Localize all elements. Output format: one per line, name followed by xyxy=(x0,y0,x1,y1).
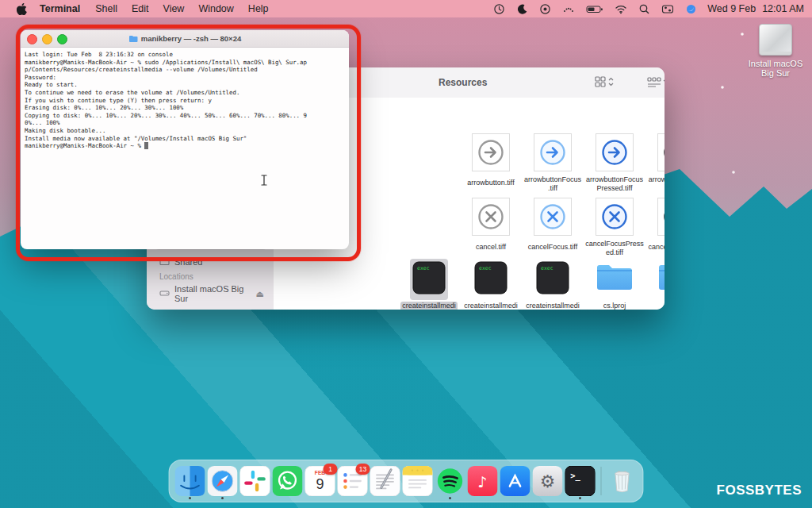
clock-icon[interactable] xyxy=(488,3,511,15)
colored-orb-icon[interactable] xyxy=(680,3,703,15)
folder-icon xyxy=(128,35,138,43)
sidebar-section-locations: Locations xyxy=(159,272,193,281)
dock-item-slack[interactable] xyxy=(240,466,270,496)
control-center-icon[interactable] xyxy=(656,3,680,15)
terminal-titlebar[interactable]: manikberry — -zsh — 80×24 xyxy=(21,30,349,48)
running-indicator xyxy=(221,497,224,499)
dock-item-calendar[interactable]: FEB91 xyxy=(305,466,335,496)
notification-badge: 13 xyxy=(356,464,370,475)
wifi-icon[interactable] xyxy=(609,3,633,15)
cancel-lightblue-icon xyxy=(532,196,573,237)
file-item-createinstallmedia_yosemite[interactable]: execcreateinstallmedi a_yosemite xyxy=(458,259,524,310)
file-item-arrowbuttonfocus.tiff[interactable]: arrowbuttonFocus .tiff xyxy=(519,132,586,194)
file-item-da.lproj[interactable]: da.lproj xyxy=(643,259,665,310)
terminal-line: manikberry@Maniks-MacBook-Air ~ % sudo /… xyxy=(25,59,345,67)
keyboard-brightness-icon[interactable] xyxy=(557,3,580,15)
file-item-cancel.tiff[interactable]: cancel.tiff xyxy=(458,196,524,252)
file-label: createinstallmedi a xyxy=(400,302,458,310)
file-label: arrowbutton.tiff xyxy=(465,179,515,187)
menubar-menu-help[interactable]: Help xyxy=(241,3,276,14)
arrow-black-icon xyxy=(656,132,665,173)
file-label: cancel.tiff xyxy=(474,243,508,252)
menubar-menu-terminal[interactable]: Terminal xyxy=(32,3,88,14)
file-label: cancelFocus.tiff xyxy=(527,243,579,252)
dock-item-notes[interactable] xyxy=(403,466,433,496)
dock-item-whatsapp[interactable] xyxy=(273,466,303,496)
terminal-line: Erasing disk: 0%... 10%... 20%... 30%...… xyxy=(25,104,345,112)
dock-item-terminal[interactable]: >_ xyxy=(565,466,596,496)
file-label: cancelPressed.tiff xyxy=(647,243,665,252)
external-drive-icon xyxy=(759,24,792,56)
file-item-arrowbutton.tiff[interactable]: arrowbutton.tiff xyxy=(458,132,524,188)
terminal-line: Making disk bootable... xyxy=(25,127,345,135)
minimize-button[interactable] xyxy=(42,34,52,44)
file-item-cancelpressed.tiff[interactable]: cancelPressed.tiff xyxy=(643,196,665,252)
terminal-line: Password: xyxy=(25,74,345,82)
desktop-item-install-macos-big-sur[interactable]: Install macOS Big Sur xyxy=(746,24,805,78)
folder-icon xyxy=(593,259,636,297)
dock-item-spotify[interactable] xyxy=(435,466,465,496)
running-indicator xyxy=(189,497,191,499)
file-label: arrowbuttonFocus .tiff xyxy=(523,175,583,192)
file-item-createinstallmedia.dylib[interactable]: execcreateinstallmedi a.dylib xyxy=(519,259,586,310)
record-icon[interactable] xyxy=(534,3,557,15)
terminal-line: 0%... 100% xyxy=(25,119,345,127)
terminal-output[interactable]: Last login: Tue Feb 8 23:16:32 on consol… xyxy=(21,48,349,153)
arrow-blue-icon xyxy=(594,132,635,173)
file-item-arrowbuttonpressed.tiff[interactable]: arrowbuttonPress ed.tiff xyxy=(643,132,665,194)
terminal-window[interactable]: manikberry — -zsh — 80×24 Last login: Tu… xyxy=(21,30,349,249)
exec-icon: exec xyxy=(410,259,448,300)
terminal-window-title: manikberry — -zsh — 80×24 xyxy=(128,34,241,43)
zoom-button[interactable] xyxy=(57,34,67,44)
terminal-line: To continue we need to erase the volume … xyxy=(25,89,345,97)
moon-icon[interactable] xyxy=(511,3,534,15)
file-item-cs.lproj[interactable]: cs.lproj xyxy=(581,259,648,310)
file-label: arrowbuttonPress ed.tiff xyxy=(647,175,665,192)
terminal-line: p/Contents/Resources/createinstallmedia … xyxy=(25,66,345,74)
terminal-line: Copying to disk: 0%... 10%... 20%... 30%… xyxy=(25,112,345,120)
dock-item-textedit[interactable] xyxy=(370,466,400,496)
menubar-menu-shell[interactable]: Shell xyxy=(88,3,124,14)
arrow-gray-icon xyxy=(470,132,511,173)
dock-item-finder[interactable] xyxy=(175,466,205,496)
eject-icon[interactable]: ⏏ xyxy=(256,289,267,299)
menubar-date[interactable]: Wed 9 Feb xyxy=(707,3,756,14)
dock-item-trash[interactable] xyxy=(607,466,638,496)
file-item-arrowbuttonfocuspressed.tiff[interactable]: arrowbuttonFocus Pressed.tiff xyxy=(581,132,648,194)
terminal-line: Ready to start. xyxy=(25,81,345,89)
dock-divider xyxy=(601,467,602,495)
close-button[interactable] xyxy=(27,34,37,44)
battery-icon[interactable] xyxy=(580,3,609,15)
file-item-cancelfocuspressed.tiff[interactable]: cancelFocusPress ed.tiff xyxy=(581,196,648,258)
svg-text:exec: exec xyxy=(541,265,553,271)
apple-menu-icon[interactable] xyxy=(11,3,32,15)
desktop-item-label: Install macOS Big Sur xyxy=(746,59,805,78)
dock-item-music[interactable]: ♪ xyxy=(468,466,498,496)
dock-item-appstore[interactable] xyxy=(500,466,530,496)
file-label: arrowbuttonFocus Pressed.tiff xyxy=(584,175,645,192)
menubar-menu-view[interactable]: View xyxy=(156,3,192,14)
cancel-gray-icon xyxy=(470,196,511,237)
sidebar-item-install-macos-big-sur[interactable]: Install macOS Big Sur⏏ xyxy=(155,286,267,302)
cancel-blue-icon xyxy=(594,196,635,237)
menubar-menu-window[interactable]: Window xyxy=(191,3,240,14)
dock-item-settings[interactable]: ⚙ xyxy=(533,466,563,496)
sidebar-item-shared[interactable]: Shared xyxy=(155,254,267,270)
group-by-icon[interactable] xyxy=(646,75,665,88)
file-item-createinstallmedia[interactable]: execcreateinstallmedi a xyxy=(396,259,462,310)
view-grid-icon[interactable] xyxy=(594,75,615,88)
svg-text:exec: exec xyxy=(417,265,430,271)
file-label: cancelFocusPress ed.tiff xyxy=(584,240,645,256)
terminal-line: manikberry@Maniks-MacBook-Air ~ % xyxy=(25,142,345,150)
menubar-menu-edit[interactable]: Edit xyxy=(124,3,156,14)
menubar-time[interactable]: 12:01 AM xyxy=(762,3,804,14)
terminal-cursor xyxy=(144,142,148,149)
terminal-line: Last login: Tue Feb 8 23:16:32 on consol… xyxy=(25,51,345,59)
file-item-cancelfocus.tiff[interactable]: cancelFocus.tiff xyxy=(519,196,586,252)
dock-item-safari[interactable] xyxy=(208,466,238,496)
file-label: createinstallmedi a.dylib xyxy=(524,302,581,310)
watermark: FOSSBYTES xyxy=(717,483,802,498)
dock-item-reminders[interactable]: 13 xyxy=(338,466,368,496)
search-icon[interactable] xyxy=(633,3,656,15)
text-cursor-pointer xyxy=(259,174,269,187)
